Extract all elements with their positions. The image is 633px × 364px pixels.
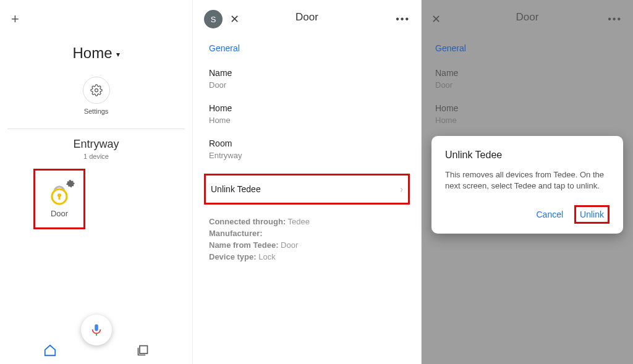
home-dropdown[interactable]: Home▾ <box>0 44 192 62</box>
device-settings-screen: S ✕ Door ••• General Name Door Home Home… <box>193 0 422 364</box>
home-screen: + Home▾ Settings Entryway 1 device Door <box>0 0 193 364</box>
room-name: Entryway <box>0 138 192 151</box>
dialog-body: This removes all devices from Tedee. On … <box>445 169 610 192</box>
page-title: Door <box>295 11 318 23</box>
close-icon[interactable]: ✕ <box>230 12 239 26</box>
gear-icon <box>90 84 103 96</box>
chevron-down-icon: ▾ <box>116 50 120 59</box>
gear-icon <box>66 179 75 189</box>
device-metadata: Connected through: Tedee Manufacturer: N… <box>209 216 405 263</box>
dialog-title: Unlink Tedee <box>445 150 610 161</box>
close-icon: ✕ <box>431 12 441 26</box>
page-title: Door <box>516 11 539 23</box>
field-room-label: Room <box>209 138 405 148</box>
unlink-tedee-row[interactable]: Unlink Tedee › <box>204 174 410 205</box>
svg-rect-7 <box>140 346 148 354</box>
svg-point-0 <box>95 89 98 92</box>
cancel-button[interactable]: Cancel <box>537 210 564 219</box>
field-room-value[interactable]: Entryway <box>209 151 405 160</box>
settings-button[interactable] <box>83 77 110 104</box>
tab-general: General <box>435 43 619 53</box>
mic-icon <box>90 323 103 337</box>
tab-general[interactable]: General <box>209 43 405 53</box>
nav-library-icon[interactable] <box>137 344 149 357</box>
nav-home-icon[interactable] <box>43 344 57 357</box>
more-icon: ••• <box>608 14 622 25</box>
field-name-label: Name <box>435 68 619 78</box>
field-name-value: Door <box>435 80 619 90</box>
plus-icon[interactable]: + <box>11 11 19 27</box>
chevron-right-icon: › <box>400 184 403 194</box>
field-home-value: Home <box>435 116 619 125</box>
svg-rect-5 <box>95 324 98 331</box>
field-home-value[interactable]: Home <box>209 116 405 125</box>
room-device-count: 1 device <box>0 153 192 160</box>
unlink-button[interactable]: Unlink <box>574 205 610 224</box>
more-icon[interactable]: ••• <box>396 14 410 25</box>
field-name-value[interactable]: Door <box>209 80 405 90</box>
field-home-label: Home <box>209 103 405 113</box>
field-home-label: Home <box>435 103 619 113</box>
svg-rect-3 <box>59 195 61 200</box>
device-label: Door <box>51 209 68 218</box>
unlink-dialog: Unlink Tedee This removes all devices fr… <box>431 136 623 234</box>
device-tile-door[interactable]: Door <box>33 169 85 229</box>
field-name-label: Name <box>209 68 405 78</box>
settings-label: Settings <box>0 108 192 115</box>
device-settings-dialog-screen: ✕ Door ••• General Name Door Home Home N… <box>422 0 633 364</box>
